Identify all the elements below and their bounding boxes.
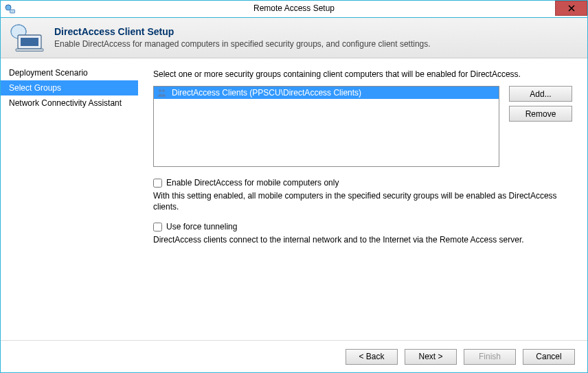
window-root: Remote Access Setup DirectAccess Client …	[0, 0, 588, 373]
sidebar-item-nca[interactable]: Network Connectivity Assistant	[1, 95, 138, 111]
close-button[interactable]	[555, 1, 587, 16]
sidebar-item-label: Select Groups	[9, 83, 61, 93]
list-item-label: DirectAccess Clients (PPSCU\DirectAccess…	[172, 88, 361, 98]
mobile-only-checkbox-row[interactable]: Enable DirectAccess for mobile computers…	[153, 178, 572, 188]
page-title: DirectAccess Client Setup	[54, 26, 431, 38]
wizard-icon	[9, 23, 45, 52]
list-buttons: Add... Remove	[509, 86, 572, 122]
remove-button[interactable]: Remove	[509, 106, 572, 122]
svg-rect-5	[16, 49, 43, 52]
svg-point-7	[162, 89, 165, 92]
mobile-only-checkbox[interactable]	[153, 179, 162, 188]
sidebar-item-label: Network Connectivity Assistant	[9, 98, 122, 108]
force-tunnel-label: Use force tunneling	[166, 222, 237, 231]
group-icon	[157, 87, 168, 98]
mobile-only-help: With this setting enabled, all mobile co…	[153, 190, 558, 212]
force-tunnel-help: DirectAccess clients connect to the inte…	[153, 234, 558, 245]
app-icon	[5, 3, 16, 14]
close-icon	[568, 5, 575, 12]
add-button[interactable]: Add...	[509, 86, 572, 102]
page-subtitle: Enable DirectAccess for managed computer…	[54, 39, 431, 49]
footer: < Back Next > Finish Cancel	[1, 340, 587, 372]
svg-rect-1	[10, 10, 15, 13]
sidebar-item-label: Deployment Scenario	[9, 68, 88, 78]
titlebar: Remote Access Setup	[1, 1, 587, 18]
svg-point-6	[159, 89, 161, 92]
force-tunnel-checkbox[interactable]	[153, 223, 162, 231]
step-sidebar: Deployment Scenario Select Groups Networ…	[1, 58, 138, 340]
list-item[interactable]: DirectAccess Clients (PPSCU\DirectAccess…	[154, 87, 499, 99]
body: Deployment Scenario Select Groups Networ…	[1, 58, 587, 340]
security-groups-list[interactable]: DirectAccess Clients (PPSCU\DirectAccess…	[153, 86, 499, 167]
force-tunnel-checkbox-row[interactable]: Use force tunneling	[153, 222, 572, 231]
header-text: DirectAccess Client Setup Enable DirectA…	[54, 26, 431, 49]
header: DirectAccess Client Setup Enable DirectA…	[1, 18, 587, 58]
finish-button[interactable]: Finish	[464, 349, 516, 365]
instruction-text: Select one or more security groups conta…	[153, 69, 572, 79]
svg-rect-4	[21, 38, 38, 46]
sidebar-item-deployment[interactable]: Deployment Scenario	[1, 65, 138, 80]
window-title: Remote Access Setup	[1, 3, 587, 13]
content-pane: Select one or more security groups conta…	[138, 58, 587, 340]
sidebar-item-select-groups[interactable]: Select Groups	[1, 80, 138, 95]
back-button[interactable]: < Back	[346, 349, 398, 365]
next-button[interactable]: Next >	[405, 349, 457, 365]
cancel-button[interactable]: Cancel	[523, 349, 575, 365]
groups-row: DirectAccess Clients (PPSCU\DirectAccess…	[153, 86, 572, 167]
mobile-only-label: Enable DirectAccess for mobile computers…	[166, 178, 339, 188]
